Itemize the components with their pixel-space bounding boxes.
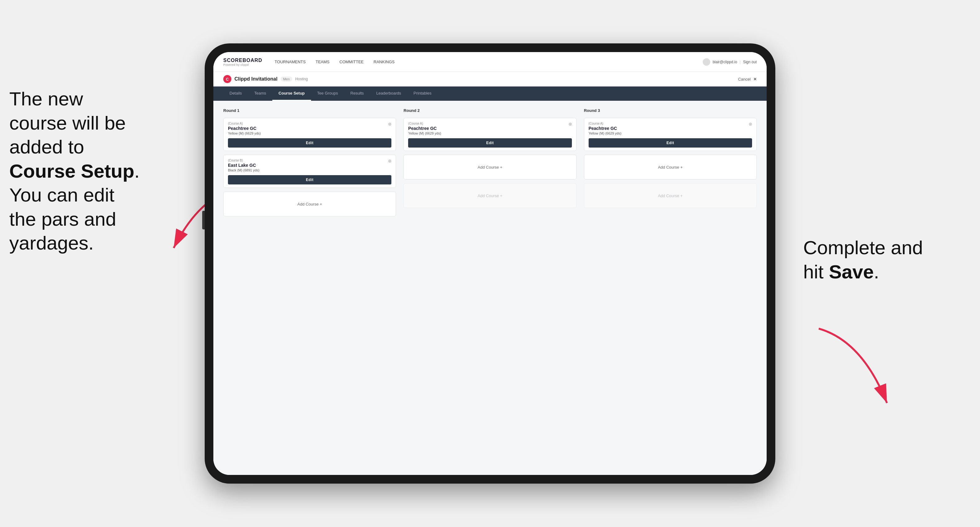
round-1-add-course-button[interactable]: Add Course + (223, 192, 396, 216)
tab-printables[interactable]: Printables (407, 86, 438, 101)
brand-title: SCOREBOARD (223, 58, 262, 63)
rounds-grid: Round 1 ⊗ (Course A) Peachtree GC Yellow… (223, 108, 757, 216)
tab-tee-groups[interactable]: Tee Groups (311, 86, 344, 101)
round-2-course-a-edit-button[interactable]: Edit (408, 138, 571, 148)
brand: SCOREBOARD Powered by clippd (223, 58, 262, 66)
round-1-column: Round 1 ⊗ (Course A) Peachtree GC Yellow… (223, 108, 396, 216)
round-2-add-course-disabled-label: Add Course + (477, 194, 503, 198)
round-1-course-a-edit-button[interactable]: Edit (228, 138, 391, 148)
tab-course-setup[interactable]: Course Setup (272, 86, 311, 101)
round-3-course-a-delete-icon[interactable]: ⊗ (748, 121, 753, 127)
round-3-add-course-disabled: Add Course + (584, 183, 757, 208)
tournament-name: Clippd Invitational (234, 76, 278, 82)
avatar (703, 58, 710, 66)
round-1-course-b-name: East Lake GC (228, 163, 391, 168)
annotation-bold-course-setup: Course Setup (9, 160, 134, 182)
round-3-course-a-name: Peachtree GC (589, 126, 752, 131)
tournament-header: C Clippd Invitational Men Hosting Cancel… (213, 72, 767, 86)
round-1-course-b-delete-icon[interactable]: ⊗ (387, 158, 393, 163)
round-1-course-b-tee: Black (M) (6891 yds) (228, 168, 391, 172)
nav-divider: | (740, 60, 741, 64)
annotation-left-text: The newcourse will beadded toCourse Setu… (9, 88, 140, 254)
tablet-screen: SCOREBOARD Powered by clippd TOURNAMENTS… (213, 52, 767, 475)
arrow-right-icon (800, 316, 905, 422)
round-1-course-a-label: (Course A) (228, 122, 391, 125)
gender-badge: Men (281, 76, 292, 81)
clippd-logo: C (223, 75, 231, 83)
round-2-column: Round 2 ⊗ (Course A) Peachtree GC Yellow… (404, 108, 576, 216)
round-3-add-course-button[interactable]: Add Course + (584, 155, 757, 179)
round-1-course-b-card: ⊗ (Course B) East Lake GC Black (M) (689… (223, 155, 396, 188)
round-1-course-a-delete-icon[interactable]: ⊗ (387, 121, 393, 127)
round-1-course-b-edit-button[interactable]: Edit (228, 175, 391, 184)
nav-links: TOURNAMENTS TEAMS COMMITTEE RANKINGS (275, 60, 703, 64)
round-2-add-course-disabled: Add Course + (404, 183, 576, 208)
round-1-add-course-label: Add Course + (298, 202, 322, 206)
annotation-right: Complete andhit Save. (803, 236, 971, 284)
round-1-course-a-tee: Yellow (M) (6629 yds) (228, 132, 391, 135)
round-2-course-a-tee: Yellow (M) (6629 yds) (408, 132, 571, 135)
round-2-label: Round 2 (404, 108, 576, 113)
cancel-button[interactable]: Cancel ✕ (738, 77, 757, 81)
round-3-add-course-disabled-label: Add Course + (658, 194, 682, 198)
round-3-add-course-label: Add Course + (658, 165, 682, 170)
round-3-course-a-edit-button[interactable]: Edit (589, 138, 752, 148)
tab-leaderboards[interactable]: Leaderboards (370, 86, 407, 101)
hosting-label: Hosting (295, 77, 308, 81)
round-2-course-a-card: ⊗ (Course A) Peachtree GC Yellow (M) (66… (404, 118, 576, 151)
brand-subtitle: Powered by clippd (223, 63, 262, 66)
round-2-course-a-label: (Course A) (408, 122, 571, 125)
content-area: Round 1 ⊗ (Course A) Peachtree GC Yellow… (213, 101, 767, 475)
round-3-course-a-tee: Yellow (M) (6629 yds) (589, 132, 752, 135)
tabs-bar: Details Teams Course Setup Tee Groups Re… (213, 86, 767, 101)
annotation-left: The newcourse will beadded toCourse Setu… (9, 87, 202, 255)
tournament-title: C Clippd Invitational Men Hosting (223, 75, 308, 83)
round-1-course-a-name: Peachtree GC (228, 126, 391, 131)
nav-tournaments[interactable]: TOURNAMENTS (275, 60, 306, 64)
annotation-bold-save: Save (829, 261, 874, 283)
nav-right: blair@clippd.io | Sign out (703, 58, 757, 66)
round-3-column: Round 3 ⊗ (Course A) Peachtree GC Yellow… (584, 108, 757, 216)
tab-details[interactable]: Details (223, 86, 248, 101)
nav-committee[interactable]: COMMITTEE (340, 60, 364, 64)
round-2-add-course-button[interactable]: Add Course + (404, 155, 576, 179)
round-2-add-course-label: Add Course + (477, 165, 503, 170)
annotation-right-text: Complete andhit Save. (803, 237, 923, 283)
side-button (202, 211, 205, 229)
tab-teams[interactable]: Teams (248, 86, 272, 101)
round-3-course-a-card: ⊗ (Course A) Peachtree GC Yellow (M) (66… (584, 118, 757, 151)
round-3-course-a-label: (Course A) (589, 122, 752, 125)
round-3-label: Round 3 (584, 108, 757, 113)
sign-out-link[interactable]: Sign out (743, 60, 757, 64)
round-2-course-a-name: Peachtree GC (408, 126, 571, 131)
nav-rankings[interactable]: RANKINGS (374, 60, 395, 64)
user-email: blair@clippd.io (713, 60, 737, 64)
nav-teams[interactable]: TEAMS (316, 60, 330, 64)
tab-results[interactable]: Results (344, 86, 370, 101)
round-1-course-b-label: (Course B) (228, 159, 391, 162)
tablet-frame: SCOREBOARD Powered by clippd TOURNAMENTS… (205, 43, 775, 484)
round-2-course-a-delete-icon[interactable]: ⊗ (568, 121, 573, 127)
round-1-label: Round 1 (223, 108, 396, 113)
navbar: SCOREBOARD Powered by clippd TOURNAMENTS… (213, 52, 767, 72)
round-1-course-a-card: ⊗ (Course A) Peachtree GC Yellow (M) (66… (223, 118, 396, 151)
